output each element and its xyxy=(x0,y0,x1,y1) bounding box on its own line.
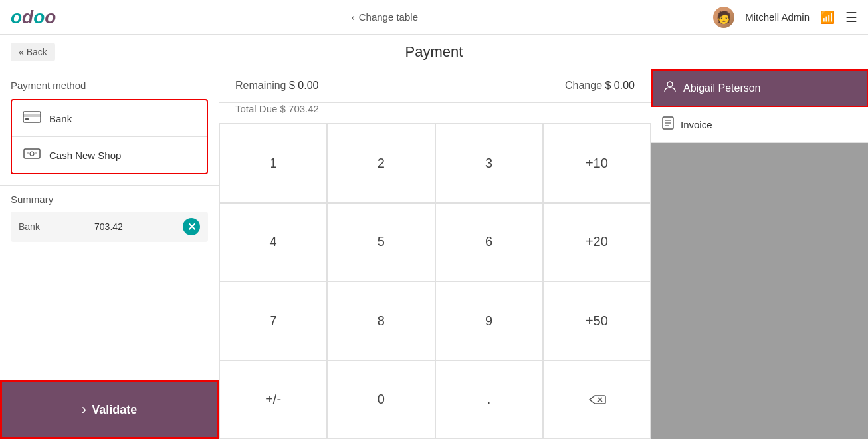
odoo-logo: odoo xyxy=(11,7,56,28)
numpad-plus10[interactable]: +10 xyxy=(543,124,651,203)
payment-option-cash[interactable]: Cash New Shop xyxy=(12,137,207,173)
numpad-5[interactable]: 5 xyxy=(327,203,435,282)
svg-rect-6 xyxy=(35,152,37,154)
invoice-icon xyxy=(662,116,674,133)
numpad-plus50[interactable]: +50 xyxy=(543,281,651,361)
change-block: Change $ 0.00 xyxy=(565,80,635,92)
total-due-row: Total Due $ 703.42 xyxy=(219,103,651,124)
user-name: Mitchell Admin xyxy=(745,11,810,23)
validate-label: Validate xyxy=(92,403,137,417)
payment-options: Bank Cash New Shop xyxy=(11,99,208,174)
bank-label: Bank xyxy=(49,113,72,124)
numpad-2[interactable]: 2 xyxy=(327,124,435,203)
remaining-label: Remaining $ 0.00 xyxy=(235,80,318,92)
svg-rect-1 xyxy=(23,114,41,117)
numpad-plus20[interactable]: +20 xyxy=(543,203,651,282)
numpad-plusminus[interactable]: +/- xyxy=(219,361,327,440)
svg-point-4 xyxy=(30,152,34,156)
bank-icon xyxy=(23,110,41,127)
left-panel: Payment method Bank xyxy=(0,69,219,439)
numpad-1[interactable]: 1 xyxy=(219,124,327,203)
numpad-0[interactable]: 0 xyxy=(327,361,435,440)
avatar: 🧑 xyxy=(713,7,734,28)
right-panel: Abigail Peterson Invoice xyxy=(651,69,868,439)
svg-rect-5 xyxy=(27,152,29,154)
wifi-icon: 📶 xyxy=(820,10,835,25)
numpad-decimal[interactable]: . xyxy=(435,361,543,440)
numpad-7[interactable]: 7 xyxy=(219,281,327,361)
summary-bank-label: Bank xyxy=(19,221,40,232)
change-table-button[interactable]: ‹ Change table xyxy=(352,11,418,23)
invoice-label: Invoice xyxy=(681,119,712,130)
top-nav: odoo ‹ Change table 🧑 Mitchell Admin 📶 ☰ xyxy=(0,0,868,35)
center-panel: Remaining $ 0.00 Change $ 0.00 Total Due… xyxy=(219,69,651,439)
numpad-4[interactable]: 4 xyxy=(219,203,327,282)
hamburger-menu-icon[interactable]: ☰ xyxy=(845,9,857,25)
summary-title: Summary xyxy=(11,194,208,205)
numpad-3[interactable]: 3 xyxy=(435,124,543,203)
payment-title: Payment xyxy=(405,43,463,61)
svg-rect-3 xyxy=(24,149,40,158)
payment-method-section: Payment method Bank xyxy=(0,69,219,185)
chevron-left-icon: ‹ xyxy=(352,11,355,23)
validate-button[interactable]: › Validate xyxy=(0,380,219,439)
sub-header: « Back Payment xyxy=(0,35,868,69)
validate-chevron-icon: › xyxy=(82,401,86,418)
amounts-row: Remaining $ 0.00 Change $ 0.00 xyxy=(219,69,651,103)
payment-method-title: Payment method xyxy=(11,80,208,91)
customer-icon xyxy=(663,80,677,96)
remove-payment-button[interactable]: ✕ xyxy=(183,218,200,235)
svg-rect-2 xyxy=(25,118,29,120)
summary-row: Bank 703.42 ✕ xyxy=(11,212,208,242)
cash-label: Cash New Shop xyxy=(49,150,121,161)
numpad-8[interactable]: 8 xyxy=(327,281,435,361)
numpad-9[interactable]: 9 xyxy=(435,281,543,361)
validate-section: › Validate xyxy=(0,380,219,439)
numpad-backspace[interactable] xyxy=(543,361,651,440)
summary-section: Summary Bank 703.42 ✕ xyxy=(0,185,219,250)
summary-bank-amount: 703.42 xyxy=(94,221,123,232)
customer-name: Abigail Peterson xyxy=(683,82,761,94)
back-label: « Back xyxy=(19,47,47,57)
change-label: Change $ 0.00 xyxy=(565,80,635,92)
main-layout: Payment method Bank xyxy=(0,69,868,439)
numpad-6[interactable]: 6 xyxy=(435,203,543,282)
payment-option-bank[interactable]: Bank xyxy=(12,100,207,137)
svg-point-9 xyxy=(667,82,673,87)
change-table-label: Change table xyxy=(359,11,418,23)
user-area: 🧑 Mitchell Admin 📶 ☰ xyxy=(713,7,857,28)
invoice-row[interactable]: Invoice xyxy=(651,107,868,143)
back-button[interactable]: « Back xyxy=(11,43,55,61)
customer-row[interactable]: Abigail Peterson xyxy=(651,69,868,107)
right-gray-area xyxy=(651,143,868,439)
total-due-text: Total Due $ 703.42 xyxy=(235,103,319,114)
remaining-block: Remaining $ 0.00 xyxy=(235,80,318,92)
numpad: 1 2 3 +10 4 5 6 +20 7 8 9 +50 +/- 0 . xyxy=(219,124,651,439)
cash-icon xyxy=(23,146,41,164)
avatar-image: 🧑 xyxy=(713,7,734,28)
